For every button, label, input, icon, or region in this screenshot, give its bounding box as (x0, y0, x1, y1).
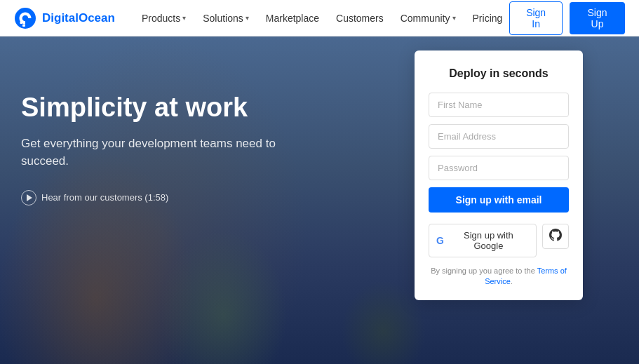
chevron-down-icon: ▾ (452, 14, 456, 22)
google-signup-button[interactable]: G Sign up with Google (429, 224, 537, 257)
svg-rect-2 (20, 21, 23, 24)
chevron-down-icon: ▾ (245, 14, 249, 22)
google-signup-label: Sign up with Google (448, 230, 529, 251)
email-signup-button[interactable]: Sign up with email (429, 187, 569, 213)
hero-title: Simplicity at work (21, 93, 288, 123)
tos-link[interactable]: Terms of Service (485, 267, 567, 285)
nav-actions: Sign In Sign Up (509, 1, 625, 35)
github-signup-button[interactable] (542, 224, 569, 249)
svg-rect-1 (22, 24, 25, 27)
alt-signup-row: G Sign up with Google (429, 224, 569, 257)
nav-item-community[interactable]: Community ▾ (394, 8, 463, 28)
hero-section: Simplicity at work Get everything your d… (0, 36, 639, 364)
logo-link[interactable]: DigitalOcean (14, 7, 115, 29)
play-triangle (27, 194, 32, 201)
tos-text: By signing up you agree to the Terms of … (429, 266, 569, 288)
video-label: Hear from our customers (1:58) (41, 192, 168, 203)
navbar: DigitalOcean Products ▾ Solutions ▾ Mark… (0, 0, 639, 36)
chevron-down-icon: ▾ (182, 14, 186, 22)
play-icon (21, 190, 36, 205)
signup-card: Deploy in seconds Sign up with email G S… (415, 50, 583, 300)
nav-item-customers[interactable]: Customers (329, 8, 391, 28)
signin-button[interactable]: Sign In (509, 1, 563, 35)
email-field[interactable] (429, 124, 569, 149)
nav-item-marketplace[interactable]: Marketplace (259, 8, 326, 28)
github-icon (549, 229, 562, 245)
card-title: Deploy in seconds (429, 67, 569, 80)
nav-item-pricing[interactable]: Pricing (466, 8, 510, 28)
nav-item-solutions[interactable]: Solutions ▾ (196, 8, 256, 28)
hero-subtitle: Get everything your development teams ne… (21, 135, 288, 170)
signup-button[interactable]: Sign Up (570, 2, 625, 34)
logo-text: DigitalOcean (42, 11, 115, 25)
password-field[interactable] (429, 156, 569, 180)
hero-content: Simplicity at work Get everything your d… (21, 93, 288, 205)
nav-item-products[interactable]: Products ▾ (135, 8, 193, 28)
nav-links: Products ▾ Solutions ▾ Marketplace Custo… (135, 8, 509, 28)
hero-video-link[interactable]: Hear from our customers (1:58) (21, 190, 288, 205)
first-name-field[interactable] (429, 93, 569, 117)
google-icon: G (436, 235, 444, 246)
digitalocean-logo-icon (14, 7, 36, 29)
